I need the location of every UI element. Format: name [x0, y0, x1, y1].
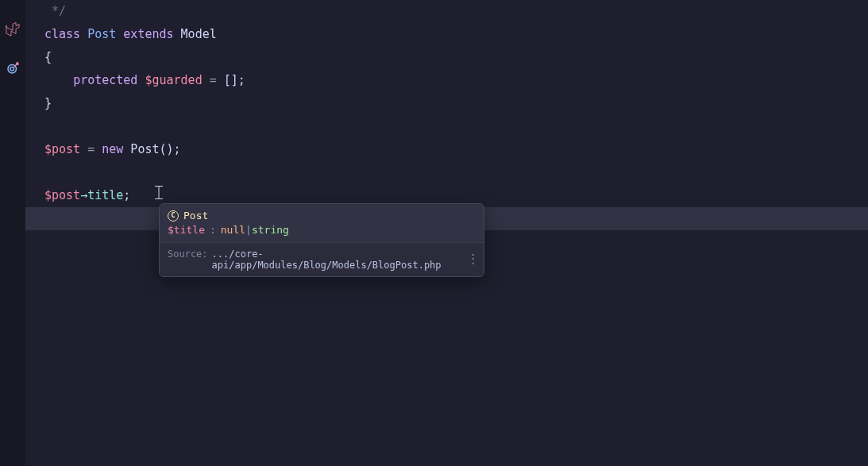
code-line: class Post extends Model — [25, 23, 868, 46]
hover-tooltip: C Post $title: null|string Source: .../c… — [159, 203, 484, 277]
code-line: { — [25, 46, 868, 69]
code-editor[interactable]: */ class Post extends Model { protected … — [25, 0, 868, 466]
keyword-token: new — [102, 138, 123, 161]
comment-token: */ — [44, 0, 66, 23]
keyword-token: protected — [73, 69, 137, 92]
classname-token: Post — [87, 23, 116, 46]
keyword-token: class — [44, 23, 80, 46]
tooltip-type-row: $title: null|string — [160, 224, 484, 242]
tooltip-type-pipe: | — [245, 224, 252, 236]
laravel-icon[interactable] — [5, 22, 21, 38]
operator-token: = — [80, 138, 102, 161]
tooltip-type-null: null — [221, 224, 245, 236]
tooltip-class-row: C Post — [160, 204, 484, 224]
variable-token: $post — [44, 138, 80, 161]
svg-point-1 — [10, 67, 14, 71]
tooltip-source-label: Source: — [168, 248, 208, 260]
tooltip-type-string: string — [252, 224, 289, 236]
class-badge-icon: C — [168, 210, 179, 221]
array-token: [] — [224, 69, 238, 92]
code-line-empty — [25, 161, 868, 184]
variable-token: $guarded — [145, 69, 202, 92]
classname-token: Post — [123, 138, 159, 161]
tooltip-classname: Post — [183, 210, 208, 221]
arrow-token: → — [80, 184, 87, 207]
code-line: protected $guarded = []; — [25, 69, 868, 92]
tooltip-source-path: .../core-api/app/Modules/Blog/Models/Blo… — [212, 248, 470, 271]
code-line: */ — [25, 0, 868, 23]
code-line: $post = new Post(); — [25, 138, 868, 161]
target-icon[interactable] — [5, 60, 21, 76]
brace-token: { — [44, 46, 52, 69]
variable-token: $post — [44, 184, 80, 207]
tooltip-property: $title — [168, 224, 205, 236]
code-line: } — [25, 92, 868, 115]
brace-token: } — [44, 92, 52, 115]
keyword-token: extends — [123, 23, 173, 46]
tooltip-source-row: Source: .../core-api/app/Modules/Blog/Mo… — [160, 242, 484, 276]
semicolon-token: ; — [174, 138, 181, 161]
more-actions-icon[interactable]: ··· — [470, 253, 476, 267]
property-token: title — [87, 184, 123, 207]
paren-token: () — [160, 138, 174, 161]
operator-token: = — [203, 69, 224, 92]
type-token: Model — [181, 23, 217, 46]
tooltip-colon: : — [210, 224, 216, 236]
code-line-empty — [25, 115, 868, 138]
semicolon-token: ; — [123, 184, 130, 207]
semicolon-token: ; — [238, 69, 245, 92]
activity-sidebar — [0, 0, 25, 466]
